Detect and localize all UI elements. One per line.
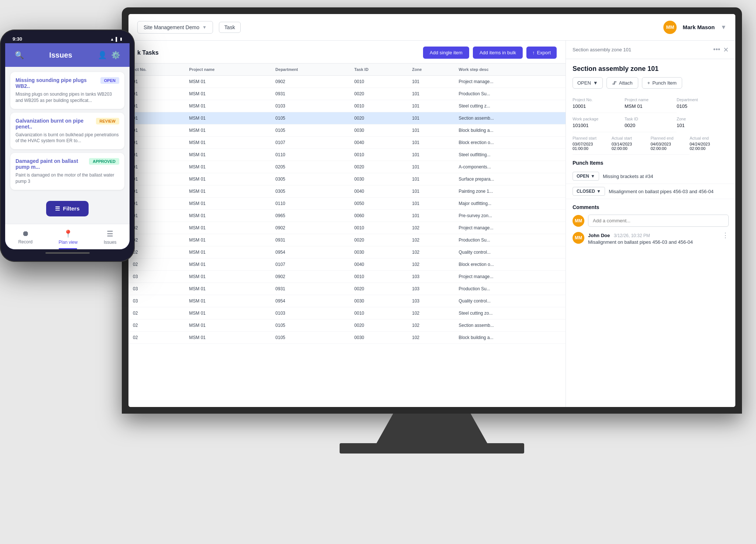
panel-header: Section assembly zone 101 ••• ✕ (566, 41, 735, 59)
field-planned-end: Planned end 04/03/2023 02:00:00 (651, 132, 690, 155)
close-button[interactable]: ✕ (723, 47, 729, 53)
form-fields-row1: Project No. 10001 Project name MSM 01 De… (566, 94, 735, 113)
field-department: Department 0105 (677, 94, 729, 113)
comment-input[interactable] (588, 215, 729, 227)
nav-item-issues[interactable]: ☰ Issues (98, 228, 123, 246)
export-button[interactable]: ↑ Export (526, 47, 557, 59)
comment-text: Misalignment on ballast pipes 456-03 and… (588, 239, 718, 245)
comment-more-icon[interactable]: ⋮ (722, 232, 729, 239)
panel-toolbar: OPEN ▼ 🖇 Attach + Punch Item (566, 77, 735, 94)
table-row[interactable]: 01MSM 0101050020101Section assemb... (128, 112, 566, 124)
record-icon: ⏺ (22, 229, 29, 238)
detail-panel: Section assembly zone 101 ••• ✕ Section … (566, 41, 735, 407)
table-row[interactable]: 02MSM 0101030010102Steel cutting zo... (128, 307, 566, 319)
punch-status-1[interactable]: OPEN ▼ (573, 172, 599, 181)
panel-title: Section assembly zone 101 (566, 59, 735, 77)
search-icon[interactable]: 🔍 (13, 48, 26, 62)
monitor-screen: Site Management Demo ▼ Task MM Mark Maso… (128, 14, 735, 407)
issue-title-3: Damaged paint on ballast pump m... (16, 158, 86, 170)
issue-desc-3: Paint is damaged on the motor of the bal… (16, 172, 119, 185)
col-project-name: Project name (185, 64, 271, 76)
table-row[interactable]: 01MSM 0109020010101Project manage... (128, 76, 566, 88)
commenter-avatar: MM (573, 232, 584, 244)
table-row[interactable]: 02MSM 0109310020102Production Su... (128, 234, 566, 246)
comment-date: 3/12/26, 10:32 PM (614, 233, 650, 238)
add-bulk-button[interactable]: Add items in bulk (473, 47, 523, 59)
table-row[interactable]: 02MSM 0101050020102Section assemb... (128, 319, 566, 332)
punch-status-2[interactable]: CLOSED ▼ (573, 187, 605, 196)
comment-content: John Doe 3/12/26, 10:32 PM Misalignment … (588, 232, 718, 245)
table-row[interactable]: 02MSM 0109540030102Quality control... (128, 246, 566, 259)
export-icon: ↑ (532, 50, 535, 55)
table-row[interactable]: 01MSM 0102050020101A-components... (128, 161, 566, 173)
filters-button[interactable]: ☰ Filters (46, 201, 88, 216)
table-row[interactable]: 02MSM 0101050030102Block building a... (128, 332, 566, 344)
table-row[interactable]: 01MSM 0109650060101Pre-survey zon... (128, 210, 566, 222)
field-task-id: Task ID 0020 (625, 113, 677, 132)
issue-card-2[interactable]: Galvanization burnt on pipe penet.. REVI… (10, 113, 124, 150)
table-row[interactable]: 02MSM 0109020010102Project manage... (128, 222, 566, 234)
top-nav: Site Management Demo ▼ Task MM Mark Maso… (128, 14, 735, 41)
form-fields-row2: Work package 101001 Task ID 0020 Zone 10… (566, 113, 735, 132)
project-dropdown[interactable]: Site Management Demo ▼ (137, 21, 213, 34)
table-row[interactable]: 01MSM 0101100050101Major outfitting... (128, 198, 566, 210)
main-content: k Tasks Add single item Add items in bul… (128, 41, 735, 407)
punch-text-2: Misalignment on ballast pipes 456-03 and… (609, 189, 714, 194)
nav-label-record: Record (18, 239, 32, 244)
table-row[interactable]: 01MSM 0101070040101Block erection o... (128, 137, 566, 149)
table-row[interactable]: 01MSM 0101100010101Steel outfitting... (128, 149, 566, 161)
monitor-stand (377, 414, 487, 443)
comment-author: John Doe (588, 233, 610, 238)
table-row[interactable]: 01MSM 0103050030101Surface prepara... (128, 173, 566, 185)
table-row[interactable]: 03MSM 0109020010103Project manage... (128, 271, 566, 283)
field-zone: Zone 101 (677, 113, 729, 132)
signal-icon: ▌ (116, 37, 118, 41)
table-row[interactable]: 03MSM 0109310020103Production Su... (128, 283, 566, 295)
monitor-base (340, 443, 524, 454)
form-fields-dates: Planned start 03/07/2023 01:00:00 Actual… (566, 132, 735, 155)
table-row[interactable]: 02MSM 0101070040102Block erection o... (128, 259, 566, 271)
profile-icon[interactable]: 👤 (96, 48, 109, 62)
issues-list: Missing sounding pipe plugs WB2.. OPEN M… (5, 67, 130, 195)
issue-card-1[interactable]: Missing sounding pipe plugs WB2.. OPEN M… (10, 72, 124, 109)
phone-screen-title: Issues (26, 51, 96, 59)
desktop-monitor: Site Management Demo ▼ Task MM Mark Maso… (122, 7, 742, 487)
issue-badge-1: OPEN (100, 77, 119, 84)
bottom-nav: ⏺ Record 📍 Plan view ☰ Issues (5, 224, 130, 249)
planview-icon: 📍 (63, 229, 73, 238)
comments-title: Comments (573, 204, 729, 210)
phone-header: 🔍 Issues 👤 ⚙️ (5, 43, 130, 67)
phone-status-bar: 9:30 ▲ ▌ ▮ (5, 35, 130, 43)
table-title: k Tasks (137, 49, 159, 56)
issue-badge-3: APPROVED (89, 158, 119, 165)
attach-button[interactable]: 🖇 Attach (606, 77, 638, 89)
action-buttons: Add single item Add items in bulk ↑ Expo… (423, 47, 557, 59)
punch-item-button[interactable]: + Punch Item (642, 77, 682, 89)
table-row[interactable]: 01MSM 0101030010101Steel cutting z... (128, 100, 566, 112)
col-zone: Zone (408, 64, 454, 76)
battery-icon: ▮ (120, 37, 122, 41)
issue-title-2: Galvanization burnt on pipe penet.. (16, 118, 93, 130)
home-indicator (45, 252, 90, 254)
punch-text-1: Missing brackets at #34 (603, 174, 653, 179)
user-chevron-icon: ▼ (721, 24, 726, 31)
col-department: Department (271, 64, 350, 76)
settings-icon[interactable]: ⚙️ (109, 48, 122, 62)
table-row[interactable]: 01MSM 0101050030101Block building a... (128, 124, 566, 137)
issue-badge-2: REVIEW (96, 118, 119, 124)
phone-home-bar (5, 249, 130, 257)
more-options-icon[interactable]: ••• (713, 46, 720, 54)
table-row[interactable]: 01MSM 0109310020101Production Su... (128, 88, 566, 100)
nav-item-planview[interactable]: 📍 Plan view (53, 228, 83, 246)
nav-item-record[interactable]: ⏺ Record (12, 228, 38, 246)
add-single-button[interactable]: Add single item (423, 47, 469, 59)
field-actual-start: Actual start 03/14/2023 02:00:00 (612, 132, 651, 155)
table-row[interactable]: 03MSM 0109540030103Quality control... (128, 295, 566, 307)
status-dropdown[interactable]: OPEN ▼ (573, 77, 603, 89)
issue-card-3[interactable]: Damaged paint on ballast pump m... APPRO… (10, 153, 124, 190)
panel-controls: ••• ✕ (713, 46, 729, 54)
filter-icon: ☰ (55, 205, 60, 212)
comment-row-1: MM John Doe 3/12/26, 10:32 PM Misalignme… (573, 232, 729, 245)
table-row[interactable]: 01MSM 0103050040101Painting zone 1... (128, 185, 566, 198)
mobile-phone: 9:30 ▲ ▌ ▮ 🔍 Issues 👤 ⚙️ Missing soundin… (0, 30, 135, 262)
